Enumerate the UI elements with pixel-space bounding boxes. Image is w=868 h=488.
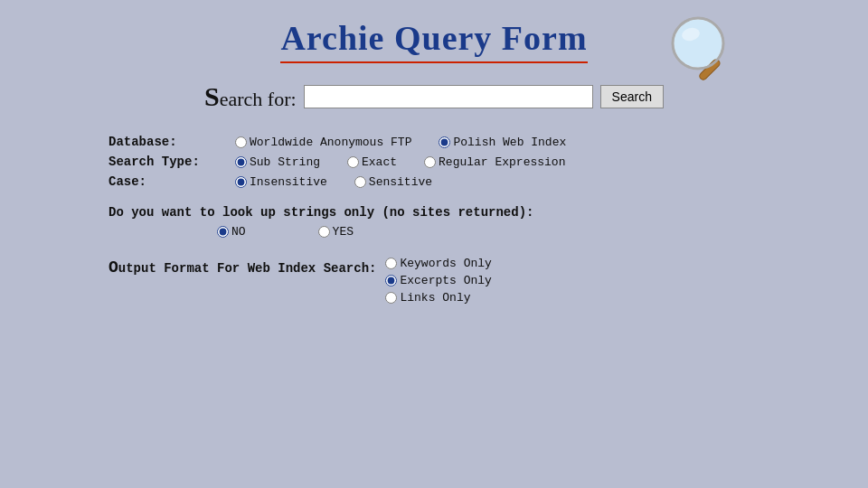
search-label-s: S: [204, 81, 220, 111]
strings-no-option[interactable]: NO: [217, 225, 246, 239]
output-format-options: Keywords Only Excerpts Only Links Only: [385, 257, 491, 305]
page-title: Archie Query Form: [280, 18, 587, 58]
search-type-regex-option[interactable]: Regular Expression: [424, 155, 565, 169]
strings-options: NO YES: [217, 225, 814, 239]
case-sensitive-label: Sensitive: [369, 175, 432, 189]
search-type-substring-radio[interactable]: [235, 156, 247, 168]
search-type-row: Search Type: Sub String Exact Regular Ex…: [108, 155, 814, 169]
page-container: Archie Query Form Search for: Search: [0, 0, 868, 488]
database-label: Database:: [108, 135, 235, 149]
strings-section: Do you want to look up strings only (no …: [108, 205, 814, 239]
search-label-rest: earch for:: [220, 88, 297, 110]
search-type-exact-option[interactable]: Exact: [347, 155, 397, 169]
strings-yes-option[interactable]: YES: [318, 225, 354, 239]
options-area: Database: Worldwide Anonymous FTP Polish…: [108, 135, 814, 305]
title-block: Archie Query Form: [280, 18, 587, 63]
case-insensitive-radio[interactable]: [235, 176, 247, 188]
search-type-substring-option[interactable]: Sub String: [235, 155, 320, 169]
database-radio-group: Worldwide Anonymous FTP Polish Web Index: [235, 136, 566, 149]
database-polish-radio[interactable]: [439, 136, 450, 148]
search-type-regex-label: Regular Expression: [439, 155, 565, 169]
strings-question: Do you want to look up strings only (no …: [108, 205, 814, 220]
search-type-exact-label: Exact: [362, 155, 397, 169]
output-section: Output Format For Web Index Search: Keyw…: [108, 257, 814, 305]
case-insensitive-option[interactable]: Insensitive: [235, 175, 327, 189]
database-ftp-radio[interactable]: [235, 136, 247, 148]
database-polish-option[interactable]: Polish Web Index: [439, 136, 566, 149]
output-keywords-radio[interactable]: [385, 258, 397, 269]
search-type-radio-group: Sub String Exact Regular Expression: [235, 155, 565, 169]
title-underline: [280, 61, 587, 63]
database-ftp-label: Worldwide Anonymous FTP: [250, 136, 411, 149]
case-label: Case:: [108, 174, 235, 189]
magnifier-icon: [660, 9, 741, 94]
output-keywords-option[interactable]: Keywords Only: [385, 257, 491, 270]
search-label: Search for:: [204, 81, 297, 112]
search-type-label: Search Type:: [108, 155, 235, 169]
strings-yes-label: YES: [333, 225, 354, 239]
strings-no-radio[interactable]: [217, 226, 229, 238]
case-radio-group: Insensitive Sensitive: [235, 175, 432, 189]
output-links-option[interactable]: Links Only: [385, 291, 491, 305]
search-button[interactable]: Search: [600, 85, 664, 108]
case-row: Case: Insensitive Sensitive: [108, 174, 814, 189]
case-sensitive-option[interactable]: Sensitive: [354, 175, 432, 189]
output-excerpts-radio[interactable]: [385, 275, 397, 286]
search-type-substring-label: Sub String: [250, 155, 320, 169]
output-label-rest: utput Format For Web Index Search:: [118, 261, 377, 276]
strings-no-label: NO: [231, 225, 246, 239]
database-ftp-option[interactable]: Worldwide Anonymous FTP: [235, 136, 411, 149]
database-polish-label: Polish Web Index: [453, 136, 566, 149]
output-excerpts-label: Excerpts Only: [400, 274, 491, 287]
search-input[interactable]: [304, 85, 593, 108]
case-sensitive-radio[interactable]: [354, 176, 366, 188]
output-links-radio[interactable]: [385, 292, 397, 304]
output-links-label: Links Only: [400, 291, 470, 305]
strings-yes-radio[interactable]: [318, 226, 330, 238]
output-keywords-label: Keywords Only: [400, 257, 491, 270]
search-type-regex-radio[interactable]: [424, 156, 436, 168]
output-excerpts-option[interactable]: Excerpts Only: [385, 274, 491, 287]
output-format-label: Output Format For Web Index Search:: [108, 257, 376, 277]
case-insensitive-label: Insensitive: [250, 175, 327, 189]
header: Archie Query Form: [54, 18, 814, 63]
output-label-o: O: [108, 258, 118, 277]
database-row: Database: Worldwide Anonymous FTP Polish…: [108, 135, 814, 149]
search-type-exact-radio[interactable]: [347, 156, 359, 168]
